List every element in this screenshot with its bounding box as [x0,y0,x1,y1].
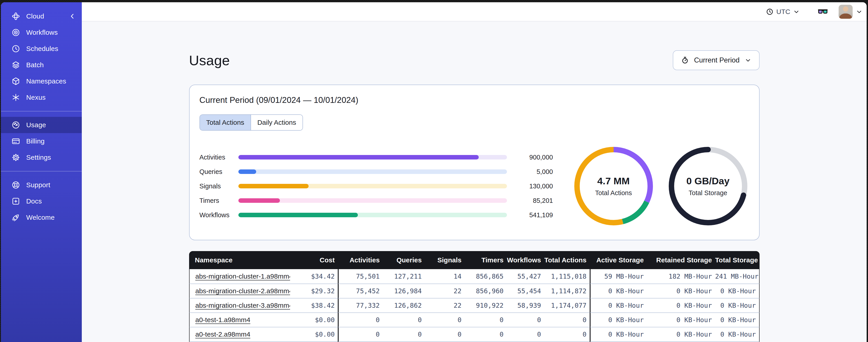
sidebar-brand-cloud[interactable]: Cloud [1,8,82,24]
bar-fill [238,198,280,203]
sidebar-nav-account: UsageBillingSettings [1,117,82,166]
usage-table-header-row: NamespaceCostActivitiesQueriesSignalsTim… [189,251,760,269]
column-header-signals: Signals [425,251,465,269]
table-row: abs-migration-cluster-3.a98mm4$38.4277,3… [189,298,760,312]
cell-workflows: 58,939 [507,298,544,312]
settings-icon [11,153,20,162]
sidebar-item-label: Usage [26,121,46,129]
cell-active_storage: 0 KB-Hour [590,312,647,327]
sidebar-item-usage[interactable]: Usage [1,117,82,133]
cell-total_storage: 0 KB-Hour [715,283,759,298]
cell-retained_storage: 0 KB-Hour [647,312,715,327]
cell-cost: $0.00 [290,312,338,327]
card-title: Current Period (09/01/2024 — 10/01/2024) [199,95,749,105]
avatar[interactable] [839,5,852,19]
sidebar-item-workflows[interactable]: Workflows [1,24,82,41]
sidebar-item-schedules[interactable]: Schedules [1,41,82,57]
sidebar-item-label: Nexus [26,94,45,101]
sidebar-item-welcome[interactable]: Welcome [1,209,82,226]
bar-track [238,184,507,189]
cell-active_storage: 0 KB-Hour [590,298,647,312]
timezone-label: UTC [776,8,790,15]
bar-value: 5,000 [515,168,553,175]
docs-icon [11,197,20,206]
bar-label: Timers [199,197,238,204]
sidebar-item-nexus[interactable]: Nexus [1,89,82,106]
column-header-workflows: Workflows [507,251,544,269]
batch-icon [11,61,20,69]
timezone-selector[interactable]: UTC [766,8,800,15]
app-window: Cloud WorkflowsSchedulesBatchNamespacesN… [1,2,867,342]
tab-total-actions[interactable]: Total Actions [200,115,251,130]
usage-table-body: abs-migration-cluster-1.a98mm4$34.4275,5… [189,269,760,342]
period-selector-button[interactable]: Current Period [673,50,760,70]
namespace-link[interactable]: abs-migration-cluster-2.a98mm4 [195,287,290,295]
brand-label: Cloud [26,12,44,20]
labs-glasses-button[interactable] [817,6,828,17]
cell-total_storage: 0 KB-Hour [715,327,759,341]
cell-timers: 0 [465,312,507,327]
cell-retained_storage: 0 KB-Hour [647,298,715,312]
cell-signals: 0 [425,312,465,327]
namespace-link[interactable]: a0-test-2.a98mm4 [195,331,250,338]
sidebar-item-support[interactable]: Support [1,177,82,193]
sidebar-item-label: Schedules [26,45,58,53]
namespace-link[interactable]: abs-migration-cluster-1.a98mm4 [195,273,290,280]
account-menu-chevron-down-icon[interactable] [856,8,863,15]
usage-table-wrap: NamespaceCostActivitiesQueriesSignalsTim… [189,251,760,342]
cell-namespace: abs-migration-cluster-2.a98mm4 [189,283,290,298]
sidebar-item-label: Workflows [26,29,58,36]
cell-workflows: 0 [507,327,544,341]
cell-queries: 0 [383,312,425,327]
cell-activities: 0 [338,312,383,327]
cell-retained_storage: 0 KB-Hour [647,327,715,341]
cell-namespace: abs-migration-cluster-3.a98mm4 [189,298,290,312]
cloud-logo-icon [11,12,20,21]
total-storage-label: Total Storage [689,189,727,197]
cell-total_actions: 0 [544,327,590,341]
stopwatch-icon [681,56,689,64]
namespace-link[interactable]: abs-migration-cluster-3.a98mm4 [195,302,290,309]
cell-workflows: 55,454 [507,283,544,298]
total-actions-value: 4.7 MM [597,175,630,186]
bar-track [238,169,507,174]
table-row: abs-migration-cluster-1.a98mm4$34.4275,5… [189,269,760,283]
sidebar-collapse-button[interactable] [68,12,76,20]
cell-workflows: 0 [507,312,544,327]
usage-icon [11,121,20,130]
cell-total_storage: 241 MB-Hour [715,269,759,283]
cell-activities: 0 [338,327,383,341]
sidebar-item-docs[interactable]: Docs [1,193,82,209]
sidebar-item-batch[interactable]: Batch [1,57,82,73]
bar-track [238,155,507,160]
cell-total_storage: 0 KB-Hour [715,312,759,327]
sidebar-item-label: Settings [26,153,51,161]
cell-total_actions: 1,174,077 [544,298,590,312]
cell-cost: $38.42 [290,298,338,312]
bar-value: 85,201 [515,197,553,204]
cell-timers: 0 [465,327,507,341]
namespace-link[interactable]: a0-test-1.a98mm4 [195,316,250,323]
bar-row-activities: Activities900,000 [199,153,553,161]
main-area: UTC Usage Current Pe [82,2,867,342]
bar-track [238,198,507,203]
cell-timers: 856,865 [465,269,507,283]
sidebar-item-label: Billing [26,137,44,145]
cell-cost: $0.00 [290,327,338,341]
workflows-icon [11,28,20,37]
total-storage-donut: 0 GB/Day Total Storage [668,145,749,227]
sidebar-item-namespaces[interactable]: Namespaces [1,73,82,89]
donut-charts: 4.7 MM Total Actions 0 GB/Day Total Stor… [573,145,749,227]
cell-total_actions: 1,114,872 [544,283,590,298]
column-header-namespace: Namespace [189,251,290,269]
cell-retained_storage: 182 MB-Hour [647,269,715,283]
content: Usage Current Period Current Period (09/… [82,22,867,342]
column-header-activities: Activities [338,251,383,269]
sidebar-item-billing[interactable]: Billing [1,133,82,149]
sidebar-item-settings[interactable]: Settings [1,149,82,166]
chevron-down-icon [745,57,751,64]
cell-active_storage: 0 KB-Hour [590,327,647,341]
tab-daily-actions[interactable]: Daily Actions [251,115,303,130]
bar-row-workflows: Workflows541,109 [199,211,553,219]
table-row: a0-test-1.a98mm4$0.000000000 KB-Hour0 KB… [189,312,760,327]
